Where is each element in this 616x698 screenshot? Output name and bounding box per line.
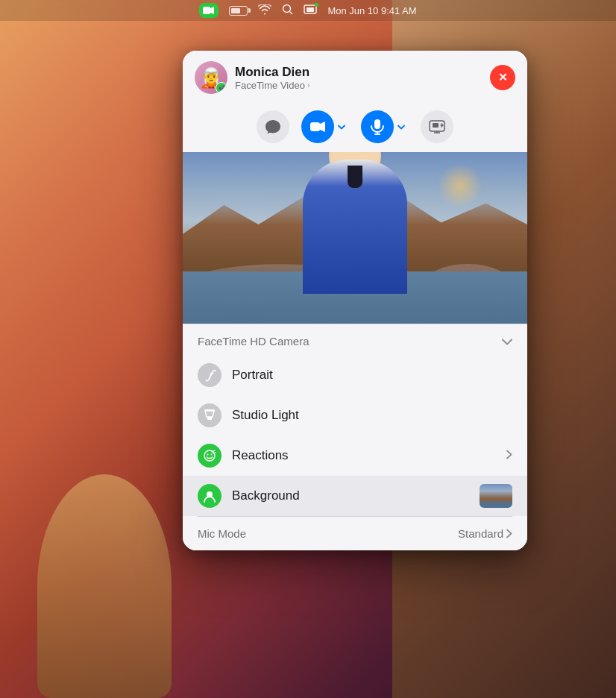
menubar-wifi-icon[interactable] [258,4,271,17]
video-feed [183,152,527,324]
svg-rect-5 [307,7,314,12]
menubar-time: Mon Jun 10 9:41 AM [327,5,416,16]
message-circle [257,110,289,143]
video-effects-dropdown: FaceTime HD Camera 𝑓 Portrait Studio Lig… [183,324,527,550]
studio-light-menu-item[interactable]: Studio Light [183,395,527,436]
svg-rect-15 [207,417,212,420]
svg-rect-6 [310,122,320,131]
svg-marker-7 [320,122,325,132]
menubar-battery [229,6,248,16]
svg-point-16 [204,450,215,461]
facetime-controls [183,103,527,152]
caller-subtitle: FaceTime Video › [235,80,310,91]
portrait-icon: 𝑓 [198,363,221,387]
reactions-icon [198,444,221,468]
desktop-lamp-object [37,474,172,698]
avatar: 🧝 📹 [195,61,227,94]
studio-light-icon [198,403,221,427]
reactions-label: Reactions [232,448,496,463]
svg-line-3 [290,12,293,15]
reactions-menu-item[interactable]: Reactions [183,436,527,476]
background-icon [198,484,221,508]
camera-selector[interactable]: FaceTime HD Camera [183,324,527,355]
menubar-search-icon[interactable] [282,4,293,17]
facetime-header: 🧝 📹 Monica Dien FaceTime Video › ✕ [183,51,527,103]
screen-share-button[interactable] [421,110,453,143]
mic-chevron-icon[interactable] [394,110,409,143]
menubar-facetime-icon[interactable] [199,3,219,18]
menubar-cast-icon[interactable] [304,4,317,17]
facetime-window: 🧝 📹 Monica Dien FaceTime Video › ✕ [183,51,527,550]
video-circle [301,110,334,143]
person-body [303,160,407,294]
avatar-badge: 📹 [216,82,227,94]
reactions-chevron-icon [506,450,512,462]
mic-button-group[interactable] [361,110,409,143]
video-button-group[interactable] [301,110,349,143]
svg-rect-14 [433,123,439,128]
battery-fill [231,8,239,13]
video-rocks-right [423,264,512,309]
svg-marker-1 [210,7,214,14]
caller-name: Monica Dien [235,65,310,80]
background-label: Background [232,488,469,503]
background-menu-item[interactable]: Background [183,476,527,516]
portrait-menu-item[interactable]: 𝑓 Portrait [183,355,527,395]
svg-rect-8 [374,119,380,129]
mic-mode-item[interactable]: Mic Mode Standard [183,517,527,550]
portrait-label: Portrait [232,368,512,383]
menubar: Mon Jun 10 9:41 AM [0,0,616,21]
video-chevron-icon[interactable] [334,110,349,143]
mic-mode-label: Mic Mode [198,527,246,540]
caller-info: 🧝 📹 Monica Dien FaceTime Video › [195,61,310,94]
svg-point-18 [211,454,213,456]
background-thumbnail [480,484,512,508]
svg-point-17 [207,454,209,456]
studio-light-label: Studio Light [232,408,512,423]
mic-circle [361,110,394,143]
battery-icon [229,6,248,16]
person-silhouette [303,160,407,294]
svg-point-2 [283,5,291,13]
svg-rect-0 [203,7,210,14]
camera-chevron-icon [502,336,512,348]
person-scarf [348,166,362,188]
menubar-dot-badge [315,3,318,7]
caller-text: Monica Dien FaceTime Video › [235,65,310,91]
message-button[interactable] [257,110,289,143]
close-button[interactable]: ✕ [490,65,515,90]
thumbnail-preview [480,484,512,508]
mic-mode-value: Standard [458,527,512,540]
camera-label: FaceTime HD Camera [198,335,309,348]
video-sun [438,163,483,208]
